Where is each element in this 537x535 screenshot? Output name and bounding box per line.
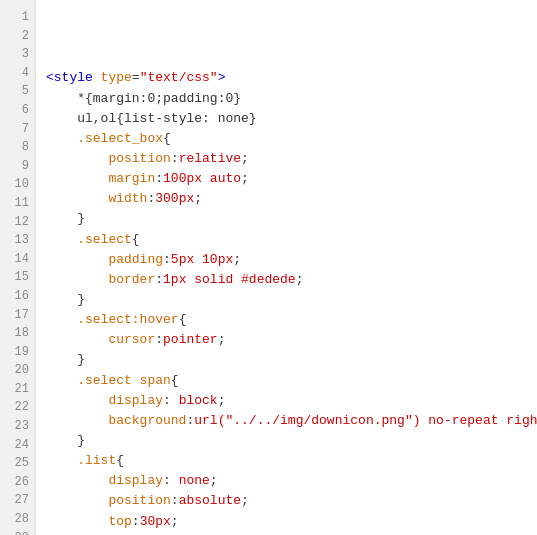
plain-token: ; — [218, 332, 226, 347]
line-number: 14 — [6, 250, 29, 269]
line-number: 11 — [6, 194, 29, 213]
line-number: 17 — [6, 306, 29, 325]
plain-token: : — [163, 473, 171, 488]
value-token: pointer — [163, 332, 218, 347]
code-line: cursor:pointer; — [46, 330, 527, 350]
plain-token: : — [155, 171, 163, 186]
selector-token: .list — [46, 453, 116, 468]
plain-token: { — [116, 453, 124, 468]
code-line: background:url("../../img/downicon.png")… — [46, 411, 527, 431]
code-line: position:absolute; — [46, 491, 527, 511]
code-line: top:30px; — [46, 512, 527, 532]
selector-token: .select_box — [46, 131, 163, 146]
value-token: 5px 10px — [171, 252, 233, 267]
attr-val-token: "text/css" — [140, 70, 218, 85]
plain-token: : — [155, 332, 163, 347]
code-line: .select_box{ — [46, 129, 527, 149]
plain-token: } — [46, 433, 85, 448]
code-line: display: none; — [46, 471, 527, 491]
line-number: 29 — [6, 529, 29, 535]
line-number: 8 — [6, 138, 29, 157]
url-val-token: url("../../img/downicon.png") — [194, 413, 420, 428]
line-number: 25 — [6, 454, 29, 473]
code-line: .list{ — [46, 451, 527, 471]
code-line: border:1px solid #dedede; — [46, 270, 527, 290]
plain-token: ; — [241, 151, 249, 166]
plain-token: : — [155, 272, 163, 287]
value-token: 30px — [140, 514, 171, 529]
property-token: top — [46, 514, 132, 529]
plain-token: ; — [194, 191, 202, 206]
code-line: .select:hover{ — [46, 310, 527, 330]
code-line: ul,ol{list-style: none} — [46, 109, 527, 129]
value-token: no-repeat right — [421, 413, 538, 428]
line-number: 3 — [6, 45, 29, 64]
plain-token: ; — [241, 171, 249, 186]
plain-token: = — [132, 70, 140, 85]
line-number: 5 — [6, 82, 29, 101]
plain-token: ; — [210, 473, 218, 488]
plain-token: {margin:0;padding:0} — [85, 91, 241, 106]
plain-token: : — [171, 493, 179, 508]
property-token: cursor — [46, 332, 155, 347]
value-token: absolute — [179, 493, 241, 508]
plain-token: : — [171, 151, 179, 166]
attr-name-token: type — [101, 70, 132, 85]
property-token: width — [46, 191, 147, 206]
code-display[interactable]: <style type="text/css"> *{margin:0;paddi… — [36, 0, 537, 535]
property-token: display — [46, 393, 163, 408]
line-number: 23 — [6, 417, 29, 436]
line-number: 26 — [6, 473, 29, 492]
property-token: position — [46, 151, 171, 166]
line-number: 7 — [6, 120, 29, 139]
plain-token: { — [171, 373, 179, 388]
code-line: display: block; — [46, 391, 527, 411]
tag-token: <style — [46, 70, 101, 85]
value-token: none — [171, 473, 210, 488]
code-line: position:relative; — [46, 149, 527, 169]
code-line: margin:100px auto; — [46, 169, 527, 189]
plain-token: { — [179, 312, 187, 327]
plain-token: } — [46, 211, 85, 226]
value-token: relative — [179, 151, 241, 166]
value-token: 1px solid — [163, 272, 241, 287]
selector-token: .select span — [46, 373, 171, 388]
code-line: .select span{ — [46, 371, 527, 391]
plain-token: } — [46, 292, 85, 307]
plain-token: ; — [241, 493, 249, 508]
code-line: } — [46, 209, 527, 229]
property-token: padding — [46, 252, 163, 267]
code-line: .select{ — [46, 230, 527, 250]
plain-token: ; — [218, 393, 226, 408]
property-token: margin — [46, 171, 155, 186]
hash-val-token: #dedede — [241, 272, 296, 287]
plain-token: : — [163, 252, 171, 267]
line-number: 2 — [6, 27, 29, 46]
code-line: width:298px; — [46, 532, 527, 535]
plain-token: ; — [296, 272, 304, 287]
line-number: 9 — [6, 157, 29, 176]
line-number: 19 — [6, 343, 29, 362]
code-line: } — [46, 290, 527, 310]
line-number: 4 — [6, 64, 29, 83]
plain-token: : — [132, 514, 140, 529]
value-token: block — [171, 393, 218, 408]
plain-token: ; — [233, 252, 241, 267]
plain-token: { — [163, 131, 171, 146]
code-line: } — [46, 431, 527, 451]
plain-token: ; — [171, 514, 179, 529]
plain-token: ul,ol — [46, 111, 116, 126]
plain-token: { — [132, 232, 140, 247]
line-number: 21 — [6, 380, 29, 399]
line-number: 28 — [6, 510, 29, 529]
property-token: display — [46, 473, 163, 488]
line-number-gutter: 1234567891011121314151617181920212223242… — [0, 0, 36, 535]
selector-token: .select:hover — [46, 312, 179, 327]
code-line: } — [46, 350, 527, 370]
line-number: 20 — [6, 361, 29, 380]
line-number: 10 — [6, 175, 29, 194]
line-number: 12 — [6, 213, 29, 232]
code-editor: 1234567891011121314151617181920212223242… — [0, 0, 537, 535]
code-line: padding:5px 10px; — [46, 250, 527, 270]
plain-token: } — [46, 352, 85, 367]
